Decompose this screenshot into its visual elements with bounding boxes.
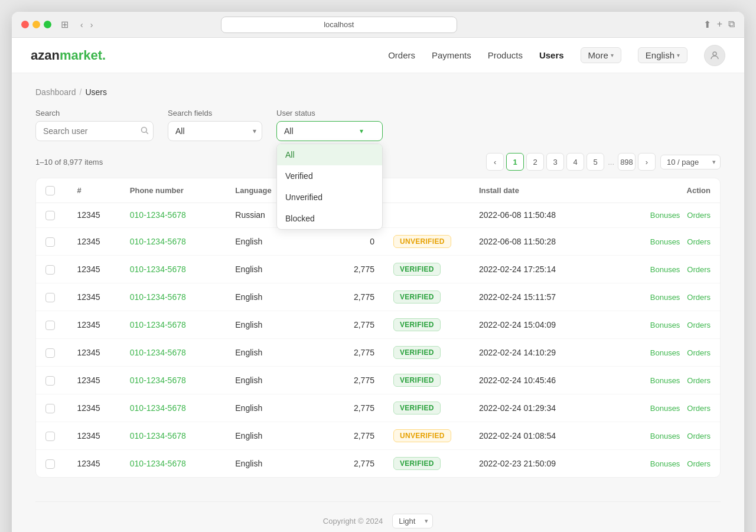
orders-link[interactable]: Orders <box>687 265 711 274</box>
status-option-verified[interactable]: Verified <box>277 165 382 187</box>
page-4-button[interactable]: 4 <box>566 153 584 171</box>
row-checkbox[interactable] <box>45 459 55 469</box>
bonuses-link[interactable]: Bonuses <box>650 459 680 468</box>
row-language: English <box>226 283 305 311</box>
last-page-button[interactable]: 898 <box>618 153 636 171</box>
nav-orders[interactable]: Orders <box>388 48 415 63</box>
top-nav: azanmarket. Orders Payments Products Use… <box>12 38 744 73</box>
next-page-button[interactable]: › <box>638 153 656 171</box>
search-input[interactable] <box>35 121 154 141</box>
row-phone: 010-1234-5678 <box>120 366 226 394</box>
status-select-button[interactable]: All ▾ <box>276 121 383 141</box>
row-checkbox[interactable] <box>45 211 55 220</box>
page-5-button[interactable]: 5 <box>586 153 604 171</box>
bonuses-link[interactable]: Bonuses <box>650 211 680 220</box>
status-label: User status <box>276 109 383 118</box>
share-icon[interactable]: ⬆ <box>703 19 711 30</box>
theme-select[interactable]: Light Dark <box>392 514 433 528</box>
minimize-icon[interactable] <box>32 21 40 28</box>
bonuses-link[interactable]: Bonuses <box>650 404 680 413</box>
phone-link[interactable]: 010-1234-5678 <box>130 320 186 329</box>
url-bar[interactable]: localhost <box>221 17 457 33</box>
row-status-cell: VERIFIED <box>384 338 470 366</box>
phone-link[interactable]: 010-1234-5678 <box>130 210 186 220</box>
nav-payments[interactable]: Payments <box>432 48 471 63</box>
status-dropdown: All Verified Unverified Blocked <box>276 143 383 230</box>
more-dropdown[interactable]: More ▾ <box>581 47 621 63</box>
phone-link[interactable]: 010-1234-5678 <box>130 459 186 468</box>
browser-window: ⊞ ‹ › localhost ⬆ + ⧉ azanmarket. Orders… <box>12 12 744 532</box>
row-checkbox[interactable] <box>45 293 55 302</box>
select-all-checkbox[interactable] <box>45 186 55 195</box>
status-badge: UNVERIFIED <box>393 235 451 248</box>
traffic-lights <box>21 21 51 28</box>
status-option-blocked[interactable]: Blocked <box>277 208 382 229</box>
maximize-icon[interactable] <box>44 21 51 28</box>
new-tab-icon[interactable]: + <box>717 19 722 30</box>
svg-point-0 <box>713 52 716 56</box>
row-checkbox[interactable] <box>45 376 55 386</box>
search-button[interactable] <box>140 126 149 136</box>
page-1-button[interactable]: 1 <box>506 153 524 171</box>
search-label: Search <box>35 109 154 118</box>
orders-link[interactable]: Orders <box>687 348 711 357</box>
row-checkbox[interactable] <box>45 237 55 247</box>
user-avatar[interactable] <box>704 45 725 66</box>
row-id: 12345 <box>68 449 120 477</box>
orders-link[interactable]: Orders <box>687 293 711 302</box>
bonuses-link[interactable]: Bonuses <box>650 321 680 329</box>
orders-link[interactable]: Orders <box>687 211 711 220</box>
bonuses-link[interactable]: Bonuses <box>650 265 680 274</box>
phone-link[interactable]: 010-1234-5678 <box>130 292 186 302</box>
nav-users[interactable]: Users <box>539 48 564 63</box>
bonuses-link[interactable]: Bonuses <box>650 348 680 357</box>
breadcrumb-parent[interactable]: Dashboard <box>35 87 76 97</box>
close-icon[interactable] <box>21 21 29 28</box>
phone-link[interactable]: 010-1234-5678 <box>130 376 186 385</box>
tabs-icon[interactable]: ⧉ <box>728 19 735 30</box>
forward-icon[interactable]: › <box>88 19 96 31</box>
row-score: 2,775 <box>305 422 384 449</box>
language-dropdown[interactable]: English ▾ <box>638 47 687 63</box>
table-row: 12345 010-1234-5678 English 2,775 VERIFI… <box>36 255 720 283</box>
col-header-action: Action <box>601 178 720 203</box>
phone-link[interactable]: 010-1234-5678 <box>130 348 186 357</box>
page-3-button[interactable]: 3 <box>546 153 564 171</box>
back-icon[interactable]: ‹ <box>78 19 86 31</box>
fields-select[interactable]: All <box>168 121 262 141</box>
bonuses-link[interactable]: Bonuses <box>650 293 680 302</box>
prev-page-button[interactable]: ‹ <box>486 153 504 171</box>
row-checkbox[interactable] <box>45 348 55 358</box>
bonuses-link[interactable]: Bonuses <box>650 376 680 385</box>
sidebar-toggle-icon[interactable]: ⊞ <box>61 19 69 30</box>
row-score: 2,775 <box>305 366 384 394</box>
row-checkbox[interactable] <box>45 404 55 413</box>
status-option-all[interactable]: All <box>277 144 382 165</box>
row-status-cell <box>384 203 470 227</box>
nav-products[interactable]: Products <box>488 48 523 63</box>
orders-link[interactable]: Orders <box>687 432 711 440</box>
url-text: localhost <box>324 20 354 29</box>
status-badge: VERIFIED <box>393 374 441 387</box>
orders-link[interactable]: Orders <box>687 459 711 468</box>
phone-link[interactable]: 010-1234-5678 <box>130 265 186 274</box>
status-badge: VERIFIED <box>393 346 441 359</box>
bonuses-link[interactable]: Bonuses <box>650 237 680 246</box>
phone-link[interactable]: 010-1234-5678 <box>130 237 186 246</box>
row-language: English <box>226 394 305 422</box>
orders-link[interactable]: Orders <box>687 376 711 385</box>
row-checkbox[interactable] <box>45 265 55 275</box>
orders-link[interactable]: Orders <box>687 321 711 329</box>
phone-link[interactable]: 010-1234-5678 <box>130 431 186 440</box>
orders-link[interactable]: Orders <box>687 237 711 246</box>
row-checkbox[interactable] <box>45 432 55 441</box>
phone-link[interactable]: 010-1234-5678 <box>130 403 186 413</box>
per-page-select[interactable]: 10 / page 25 / page 50 / page 100 / page <box>660 155 721 169</box>
row-checkbox-cell <box>36 227 68 255</box>
status-option-unverified[interactable]: Unverified <box>277 187 382 208</box>
row-action-cell: Bonuses Orders <box>601 311 720 338</box>
page-2-button[interactable]: 2 <box>526 153 544 171</box>
bonuses-link[interactable]: Bonuses <box>650 432 680 440</box>
orders-link[interactable]: Orders <box>687 404 711 413</box>
row-checkbox[interactable] <box>45 321 55 330</box>
